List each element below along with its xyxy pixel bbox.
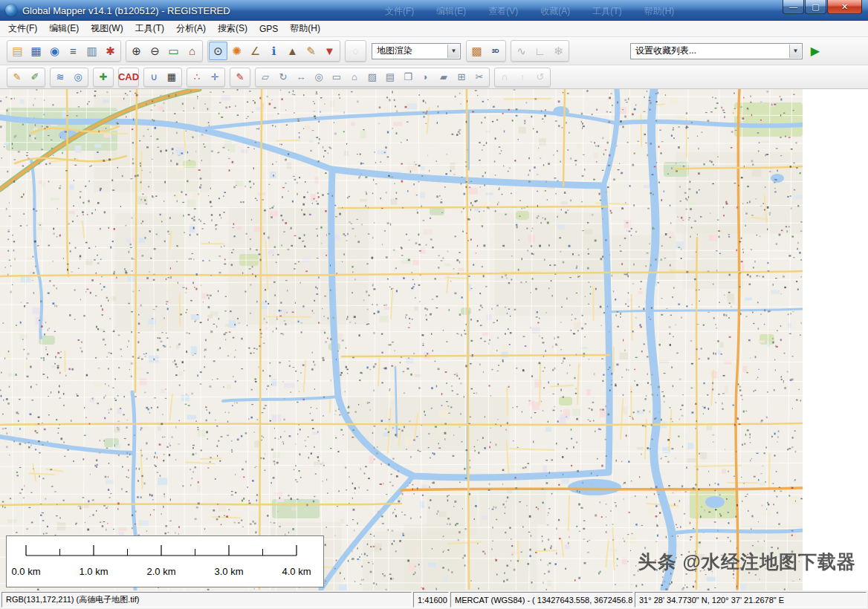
copy-feature-tool-button[interactable]: ❐ bbox=[399, 69, 417, 85]
map-viewport[interactable]: 0.0 km1.0 km2.0 km3.0 km4.0 km 头条 @水经注地图… bbox=[0, 89, 868, 590]
menu-bar: 文件(F)编辑(E)视图(W)工具(T)分析(A)搜索(S)GPS帮助(H) bbox=[0, 21, 868, 37]
menu-gps[interactable]: GPS bbox=[253, 22, 284, 36]
favorites-dropdown[interactable]: 设置收藏列表...▼ bbox=[630, 43, 803, 59]
move-features-tool-icon: ✐ bbox=[31, 72, 39, 82]
feature-info-tool-button[interactable]: ℹ bbox=[265, 42, 283, 60]
menu-analysis[interactable]: 分析(A) bbox=[170, 20, 212, 37]
global-mapper-window: Global Mapper v14.1 (b120512) - REGISTER… bbox=[0, 0, 868, 609]
grid-create-tool-button[interactable]: ⊞ bbox=[453, 69, 470, 85]
cut-feature-tool-button[interactable]: ✂ bbox=[470, 69, 488, 85]
zoom-out-icon: ⊖ bbox=[150, 45, 160, 56]
create-cad-feature-tool-button[interactable]: CAD bbox=[120, 69, 137, 85]
range-rings-tool-button[interactable]: ◎ bbox=[69, 69, 87, 85]
buffer-feature-tool-button[interactable]: ◎ bbox=[310, 69, 328, 85]
maximize-button[interactable]: ▢ bbox=[805, 0, 826, 14]
render-mode-dropdown[interactable]: 地图渲染▼ bbox=[372, 43, 461, 59]
zoom-full-extent-icon: ▭ bbox=[168, 45, 178, 56]
digitizer-toolbar: ✎✐≋◎✚CAD∪▦∴✛✎▱↻↔◎▭⌂▨▤❐◗▰⊞✂∩↑↺ bbox=[0, 65, 868, 89]
rectangle-tool-button[interactable]: ▭ bbox=[328, 69, 346, 85]
shader-options-icon: ▩ bbox=[471, 45, 482, 56]
sketch-line-tool-button[interactable]: ✎ bbox=[231, 69, 249, 85]
open-file-icon: ▤ bbox=[12, 45, 22, 56]
home-view-button[interactable]: ⌂ bbox=[183, 42, 201, 60]
zoom-tool-button[interactable]: ⊙ bbox=[209, 42, 227, 60]
minimize-button[interactable]: — bbox=[783, 0, 804, 14]
create-points-from-tool-button[interactable]: ∴ bbox=[188, 69, 206, 85]
menu-search[interactable]: 搜索(S) bbox=[212, 20, 253, 37]
zoom-out-button[interactable]: ⊖ bbox=[146, 42, 164, 60]
close-button[interactable]: ✕ bbox=[827, 0, 862, 14]
raise-vertex-tool-button: ↑ bbox=[514, 69, 531, 85]
scale-feature-tool-button[interactable]: ↔ bbox=[292, 69, 310, 85]
overlay-control-center-icon: ≡ bbox=[70, 45, 77, 56]
pixel-value-panel: RGB(131,172,211) (高德电子地图.tif) bbox=[1, 592, 412, 608]
path-profile-tool-button[interactable]: ▲ bbox=[283, 42, 302, 60]
save-workspace-icon: ▦ bbox=[30, 45, 41, 56]
create-point-tool-icon: ✚ bbox=[100, 72, 108, 82]
edit-features-tool-button[interactable]: ✎ bbox=[8, 69, 26, 85]
rotate-feature-tool-icon: ↻ bbox=[279, 72, 288, 82]
view-3d-icon: 3D bbox=[491, 48, 499, 54]
eraser-tool-button[interactable]: ▰ bbox=[435, 69, 453, 85]
menu-file[interactable]: 文件(F) bbox=[2, 20, 43, 37]
move-area-tool-icon: ▱ bbox=[262, 72, 269, 82]
pan-tool-button[interactable]: ✺ bbox=[227, 42, 246, 60]
snap-vertex-tool-icon: ✛ bbox=[211, 72, 219, 82]
map-layout-editor-button[interactable]: ▥ bbox=[82, 42, 101, 60]
menu-tools[interactable]: 工具(T) bbox=[129, 20, 170, 37]
shader-options-button[interactable]: ▩ bbox=[467, 42, 486, 60]
open-file-button[interactable]: ▤ bbox=[8, 42, 27, 60]
coverage-tool-icon: ◌ bbox=[352, 45, 359, 56]
digitizer-tool-button[interactable]: ✎ bbox=[302, 42, 320, 60]
projection-panel: MERCAT (WGS84) - ( 13427643.558, 3672456… bbox=[450, 592, 633, 608]
view-3d-button[interactable]: 3D bbox=[486, 42, 505, 60]
attribute-edit-tool-button[interactable]: ▤ bbox=[381, 69, 399, 85]
map-canvas[interactable] bbox=[0, 89, 803, 590]
arc-tool-button[interactable]: ◗ bbox=[417, 69, 435, 85]
freeze-display-button: ❄ bbox=[549, 42, 568, 60]
download-online-data-button[interactable]: ◉ bbox=[45, 42, 64, 60]
building-tool-button[interactable]: ⌂ bbox=[346, 69, 363, 85]
download-online-data-icon: ◉ bbox=[50, 45, 59, 56]
measure-tool-icon: ∠ bbox=[250, 45, 260, 56]
combine-areas-tool-button[interactable]: ∪ bbox=[145, 69, 163, 85]
run-favorites-button[interactable]: ▶ bbox=[806, 42, 825, 60]
save-workspace-button[interactable]: ▦ bbox=[27, 42, 45, 60]
edit-vertices-tool-button[interactable]: ≋ bbox=[51, 69, 69, 85]
fill-tool-button[interactable]: ▨ bbox=[363, 69, 381, 85]
menu-edit[interactable]: 编辑(E) bbox=[43, 20, 85, 37]
configuration-button[interactable]: ✱ bbox=[101, 42, 120, 60]
background-menu-item-0: 文件(F) bbox=[385, 5, 414, 18]
zoom-full-extent-button[interactable]: ▭ bbox=[164, 42, 183, 60]
rotate-feature-tool-button[interactable]: ↻ bbox=[274, 69, 292, 85]
zoom-in-button[interactable]: ⊕ bbox=[127, 42, 146, 60]
measure-tool-button[interactable]: ∠ bbox=[246, 42, 265, 60]
combine-areas-tool-icon: ∪ bbox=[150, 72, 158, 82]
chevron-down-icon[interactable]: ▼ bbox=[789, 45, 801, 58]
cut-feature-tool-icon: ✂ bbox=[476, 72, 484, 82]
freeze-display-icon: ❄ bbox=[554, 45, 563, 56]
edit-tools-dropdown-button[interactable]: ▼ bbox=[320, 42, 339, 60]
feature-info-tool-icon: ℹ bbox=[272, 45, 276, 56]
rectangle-tool-icon: ▭ bbox=[332, 72, 341, 82]
overlay-control-center-button[interactable]: ≡ bbox=[64, 42, 82, 60]
scale-feature-tool-icon: ↔ bbox=[297, 72, 306, 82]
status-bar: RGB(131,172,211) (高德电子地图.tif) 1:41600 ME… bbox=[0, 590, 868, 609]
window-title: Global Mapper v14.1 (b120512) - REGISTER… bbox=[22, 5, 230, 16]
coverage-tool-button: ◌ bbox=[346, 42, 365, 60]
range-rings-tool-icon: ◎ bbox=[74, 72, 82, 82]
chevron-down-icon[interactable]: ▼ bbox=[447, 45, 459, 58]
create-point-tool-button[interactable]: ✚ bbox=[94, 69, 112, 85]
eraser-tool-icon: ▰ bbox=[440, 72, 447, 82]
arc-tool-icon: ◗ bbox=[423, 72, 429, 82]
create-grid-tool-button[interactable]: ▦ bbox=[163, 69, 181, 85]
edit-tools-dropdown-icon: ▼ bbox=[324, 45, 335, 56]
menu-view[interactable]: 视图(W) bbox=[85, 20, 129, 37]
menu-help[interactable]: 帮助(H) bbox=[284, 20, 326, 37]
configuration-icon: ✱ bbox=[106, 45, 115, 56]
title-bar: Global Mapper v14.1 (b120512) - REGISTER… bbox=[0, 0, 868, 21]
snap-vertex-tool-button[interactable]: ✛ bbox=[206, 69, 224, 85]
watermark-text: 头条 @水经注地图下载器 bbox=[638, 550, 856, 574]
move-features-tool-button[interactable]: ✐ bbox=[26, 69, 44, 85]
move-area-tool-button[interactable]: ▱ bbox=[256, 69, 274, 85]
